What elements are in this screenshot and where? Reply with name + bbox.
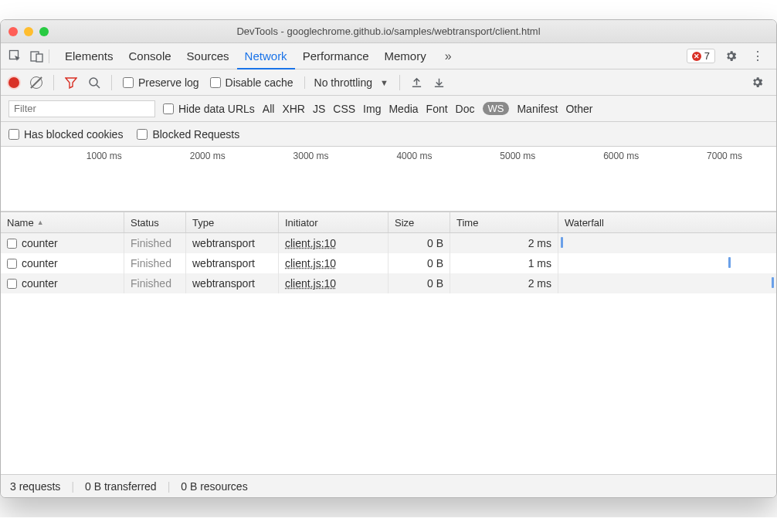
disable-cache-input[interactable] — [210, 77, 221, 88]
cell-waterfall — [558, 233, 776, 253]
cell-waterfall — [558, 273, 776, 293]
col-name[interactable]: Name▲ — [1, 212, 124, 232]
tab-performance[interactable]: Performance — [295, 44, 377, 69]
timeline-tick: 5000 ms — [500, 151, 535, 161]
throttling-value: No throttling — [314, 76, 372, 89]
table-header: Name▲ Status Type Initiator Size Time Wa… — [1, 212, 776, 233]
chevron-down-icon: ▼ — [380, 78, 388, 87]
cell-time: 2 ms — [450, 273, 558, 293]
preserve-log-label: Preserve log — [138, 76, 199, 89]
error-count-badge[interactable]: ✕ 7 — [687, 49, 715, 63]
cell-type: webtransport — [186, 273, 279, 293]
cell-type: webtransport — [186, 233, 279, 253]
tab-elements[interactable]: Elements — [57, 44, 121, 69]
timeline-overview[interactable]: 1000 ms2000 ms3000 ms4000 ms5000 ms6000 … — [1, 147, 776, 212]
preserve-log-input[interactable] — [123, 77, 134, 88]
clear-button[interactable] — [30, 76, 42, 89]
col-waterfall[interactable]: Waterfall — [558, 212, 776, 232]
col-time[interactable]: Time — [450, 212, 558, 232]
more-tabs-button[interactable]: » — [439, 45, 458, 68]
titlebar: DevTools - googlechrome.github.io/sample… — [1, 20, 776, 43]
requests-table: Name▲ Status Type Initiator Size Time Wa… — [1, 212, 776, 474]
blocked-requests-input[interactable] — [137, 129, 148, 140]
row-checkbox[interactable] — [7, 259, 17, 269]
device-toolbar-icon[interactable] — [30, 49, 44, 63]
type-filter-media[interactable]: Media — [388, 103, 418, 115]
tab-memory[interactable]: Memory — [377, 44, 434, 69]
cell-size: 0 B — [388, 233, 450, 253]
type-filter-other[interactable]: Other — [565, 103, 592, 115]
timeline-tick: 7000 ms — [707, 151, 742, 161]
minimize-window-button[interactable] — [24, 27, 33, 36]
status-resources: 0 B resources — [181, 480, 247, 493]
type-filter-xhr[interactable]: XHR — [282, 103, 305, 115]
disable-cache-checkbox[interactable]: Disable cache — [210, 76, 293, 89]
filter-bar-2: Has blocked cookies Blocked Requests — [1, 122, 776, 147]
has-blocked-cookies-checkbox[interactable]: Has blocked cookies — [8, 128, 123, 141]
cell-size: 0 B — [388, 253, 450, 273]
cell-name: counter — [1, 253, 124, 273]
row-checkbox[interactable] — [7, 279, 17, 289]
tab-console[interactable]: Console — [121, 44, 179, 69]
search-icon[interactable] — [88, 76, 100, 89]
status-transferred: 0 B transferred — [85, 480, 157, 493]
type-filter-font[interactable]: Font — [426, 103, 448, 115]
cell-initiator[interactable]: client.js:10 — [279, 253, 388, 273]
cell-name: counter — [1, 233, 124, 253]
cell-initiator[interactable]: client.js:10 — [279, 233, 388, 253]
upload-har-icon[interactable] — [411, 76, 422, 88]
preserve-log-checkbox[interactable]: Preserve log — [123, 76, 199, 89]
timeline-tick: 1000 ms — [87, 151, 122, 161]
tab-sources[interactable]: Sources — [179, 44, 237, 69]
timeline-tick: 3000 ms — [293, 151, 329, 161]
cell-initiator[interactable]: client.js:10 — [279, 273, 388, 293]
table-row[interactable]: counterFinishedwebtransportclient.js:100… — [1, 233, 776, 253]
kebab-menu-icon[interactable]: ⋮ — [747, 46, 769, 66]
type-filter-js[interactable]: JS — [313, 103, 325, 115]
hide-data-urls-checkbox[interactable]: Hide data URLs — [163, 103, 255, 115]
filter-icon[interactable] — [65, 76, 77, 89]
col-initiator[interactable]: Initiator — [279, 212, 388, 232]
throttling-select[interactable]: No throttling ▼ — [304, 76, 388, 89]
type-filters: AllXHRJSCSSImgMediaFontDocWSManifestOthe… — [263, 102, 593, 115]
type-filter-all[interactable]: All — [263, 103, 275, 115]
hide-data-urls-input[interactable] — [163, 103, 174, 114]
row-checkbox[interactable] — [7, 239, 17, 249]
table-row[interactable]: counterFinishedwebtransportclient.js:100… — [1, 273, 776, 293]
table-row[interactable]: counterFinishedwebtransportclient.js:100… — [1, 253, 776, 273]
status-bar: 3 requests | 0 B transferred | 0 B resou… — [1, 474, 776, 497]
type-filter-css[interactable]: CSS — [333, 103, 355, 115]
cell-status: Finished — [124, 273, 186, 293]
inspect-element-icon[interactable] — [8, 49, 22, 63]
col-status[interactable]: Status — [124, 212, 186, 232]
cell-type: webtransport — [186, 253, 279, 273]
filter-input[interactable] — [8, 100, 155, 117]
timeline-tick: 6000 ms — [603, 151, 639, 161]
tab-network[interactable]: Network — [237, 44, 295, 69]
col-type[interactable]: Type — [186, 212, 279, 232]
error-count: 7 — [704, 50, 710, 62]
type-filter-img[interactable]: Img — [363, 103, 381, 115]
cell-size: 0 B — [388, 273, 450, 293]
cell-waterfall — [558, 253, 776, 273]
sort-asc-icon: ▲ — [37, 219, 44, 226]
download-har-icon[interactable] — [433, 76, 445, 88]
window-title: DevTools - googlechrome.github.io/sample… — [1, 25, 776, 37]
type-filter-manifest[interactable]: Manifest — [517, 103, 558, 115]
blocked-requests-label: Blocked Requests — [152, 128, 239, 141]
has-blocked-cookies-label: Has blocked cookies — [24, 128, 123, 141]
maximize-window-button[interactable] — [39, 27, 49, 36]
timeline-tick: 2000 ms — [190, 151, 226, 161]
close-window-button[interactable] — [8, 27, 18, 36]
blocked-requests-checkbox[interactable]: Blocked Requests — [137, 128, 239, 141]
col-size[interactable]: Size — [388, 212, 450, 232]
record-button[interactable] — [8, 77, 19, 88]
main-tabs: ElementsConsoleSourcesNetworkPerformance… — [1, 43, 776, 69]
type-filter-doc[interactable]: Doc — [456, 103, 475, 115]
settings-icon[interactable] — [720, 46, 742, 66]
has-blocked-cookies-input[interactable] — [8, 129, 19, 140]
hide-data-urls-label: Hide data URLs — [178, 103, 255, 115]
type-filter-ws[interactable]: WS — [483, 102, 510, 115]
network-settings-icon[interactable] — [746, 73, 769, 92]
svg-point-3 — [90, 78, 97, 86]
